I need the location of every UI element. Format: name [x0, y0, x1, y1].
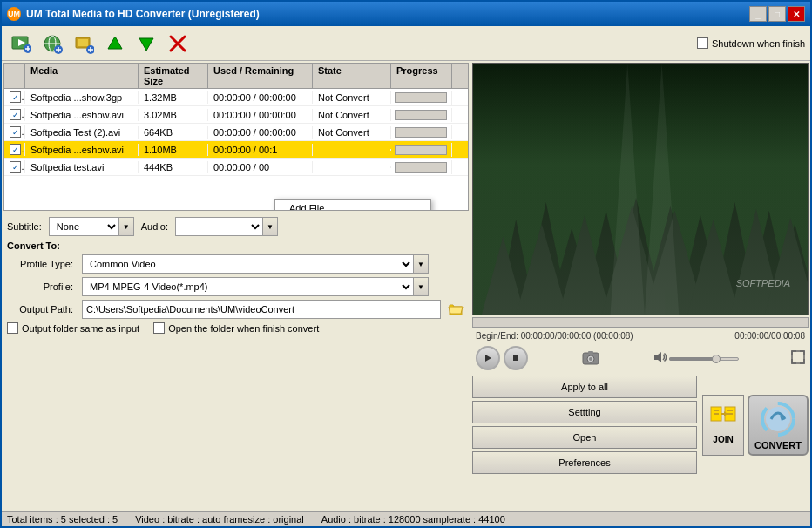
row-checkbox[interactable] [4, 143, 25, 157]
play-button[interactable] [476, 346, 500, 370]
profile-label: Profile: [7, 281, 77, 292]
col-header-size[interactable]: Estimated Size [139, 64, 208, 88]
settings-buttons: Apply to all Settting Open Preferences [472, 376, 697, 474]
file-progress [391, 160, 452, 174]
col-header-state[interactable]: State [313, 64, 391, 88]
file-state [313, 149, 391, 151]
convert-label: CONVERT [754, 440, 802, 450]
row-checkbox[interactable] [4, 125, 25, 139]
check-icon[interactable] [10, 126, 21, 138]
svg-rect-52 [714, 413, 719, 415]
subtitle-arrow[interactable]: ▼ [118, 217, 134, 236]
table-row[interactable]: Softpedia ...show.3gp 1.32MB 00:00:00 / … [4, 89, 468, 106]
file-name: Softpedia ...eshow.avi [25, 109, 139, 121]
profile-type-select[interactable]: Common Video [82, 254, 413, 274]
profile-type-label: Profile Type: [7, 259, 77, 269]
folder-icon [448, 302, 464, 316]
subtitle-select[interactable]: None [49, 217, 118, 236]
add-dvd-button[interactable] [70, 30, 98, 57]
file-used: 00:00:00 / 00:00:00 [208, 91, 313, 104]
ctx-add-file[interactable]: Add File... [275, 200, 430, 211]
move-down-button[interactable] [132, 30, 160, 57]
join-button[interactable]: JOIN [702, 395, 744, 456]
svg-point-59 [766, 407, 790, 431]
convert-button[interactable]: CONVERT [748, 395, 809, 456]
row-checkbox[interactable] [4, 108, 25, 122]
action-buttons: JOIN CONVERT [702, 376, 809, 474]
file-list[interactable]: Media Estimated Size Used / Remaining St… [3, 63, 469, 211]
profile-select[interactable]: MP4-MPEG-4 Video(*.mp4) [82, 277, 413, 296]
table-row[interactable]: Softpedia Test (2).avi 664KB 00:00:00 / … [4, 124, 468, 141]
open-folder-checkbox[interactable] [153, 322, 165, 334]
table-row[interactable]: Softpedia test.avi 444KB 00:00:00 / 00 [4, 159, 468, 176]
join-label: JOIN [713, 435, 733, 444]
expand-button[interactable] [791, 350, 805, 367]
open-button[interactable]: Open [472, 426, 697, 449]
file-size: 1.10MB [139, 144, 208, 156]
col-header-progress[interactable]: Progress [391, 64, 452, 88]
subtitle-label: Subtitle: [7, 221, 42, 232]
shutdown-checkbox[interactable] [697, 37, 708, 49]
seek-bar[interactable] [472, 317, 809, 328]
app-icon: UM [7, 7, 21, 21]
maximize-button[interactable]: □ [768, 6, 786, 22]
col-header-media[interactable]: Media [25, 64, 139, 88]
same-folder-checkbox[interactable] [7, 322, 18, 334]
browse-folder-button[interactable] [446, 300, 465, 319]
output-path-input[interactable] [82, 300, 441, 319]
svg-rect-47 [588, 351, 593, 354]
table-row[interactable]: Softpedia ...eshow.avi 1.10MB 00:00:00 /… [4, 141, 468, 159]
stop-button[interactable] [504, 346, 528, 370]
row-checkbox[interactable] [4, 91, 25, 105]
add-media-icon [10, 33, 31, 54]
same-folder-label: Output folder same as input [22, 323, 139, 334]
preferences-button[interactable]: Preferences [472, 451, 697, 474]
delete-button[interactable] [164, 30, 192, 57]
audio-arrow[interactable]: ▼ [262, 217, 278, 236]
volume-slider-container[interactable] [669, 351, 739, 365]
add-web-button[interactable] [38, 30, 66, 57]
window-title: UM Total Media to HD Converter (Unregist… [26, 8, 260, 20]
svg-marker-48 [654, 352, 661, 362]
open-folder-option: Open the folder when finish convert [153, 322, 319, 334]
audio-select[interactable] [175, 217, 262, 236]
file-progress [391, 143, 452, 157]
left-panel: Media Estimated Size Used / Remaining St… [2, 61, 470, 511]
audio-info: Audio : bitrate : 128000 samplerate : 44… [321, 514, 505, 525]
check-icon[interactable] [10, 91, 21, 103]
close-button[interactable]: ✕ [788, 6, 805, 22]
svg-rect-49 [792, 351, 804, 363]
volume-knob[interactable] [712, 355, 721, 363]
move-up-button[interactable] [101, 30, 129, 57]
svg-rect-12 [78, 39, 88, 46]
col-header-used[interactable]: Used / Remaining [208, 64, 313, 88]
right-panel: SOFTPEDIA Begin/End: 00:00:00/00:00:00 (… [470, 61, 810, 511]
profile-arrow[interactable]: ▼ [413, 277, 429, 296]
check-icon[interactable] [10, 109, 21, 120]
table-row[interactable]: Softpedia ...eshow.avi 3.02MB 00:00:00 /… [4, 106, 468, 124]
shutdown-label: Shutdown when finish [712, 38, 805, 49]
profile-dropdown-container: MP4-MPEG-4 Video(*.mp4) ▼ [82, 277, 429, 296]
volume-control [653, 351, 739, 365]
file-state [313, 166, 391, 168]
row-checkbox[interactable] [4, 160, 25, 174]
delete-icon [167, 33, 188, 54]
setting-button[interactable]: Settting [472, 401, 697, 423]
add-dvd-icon [73, 33, 94, 54]
minimize-button[interactable]: _ [749, 6, 767, 22]
check-icon[interactable] [10, 161, 21, 173]
file-name: Softpedia Test (2).avi [25, 126, 139, 139]
convert-to-label: Convert To: [7, 239, 465, 253]
check-icon[interactable] [10, 144, 21, 155]
snapshot-button[interactable] [580, 348, 601, 369]
move-up-icon [105, 33, 125, 54]
profile-row: Profile: MP4-MPEG-4 Video(*.mp4) ▼ [7, 275, 465, 298]
snapshot-icon [582, 350, 599, 366]
add-media-button[interactable] [7, 30, 35, 57]
apply-to-all-button[interactable]: Apply to all [472, 376, 697, 398]
volume-fill [669, 357, 717, 361]
toolbar-buttons [7, 30, 192, 57]
profile-type-arrow[interactable]: ▼ [413, 254, 429, 274]
subtitle-audio-row: Subtitle: None ▼ Audio: ▼ [7, 214, 465, 239]
file-used: 00:00:00 / 00 [208, 161, 313, 173]
